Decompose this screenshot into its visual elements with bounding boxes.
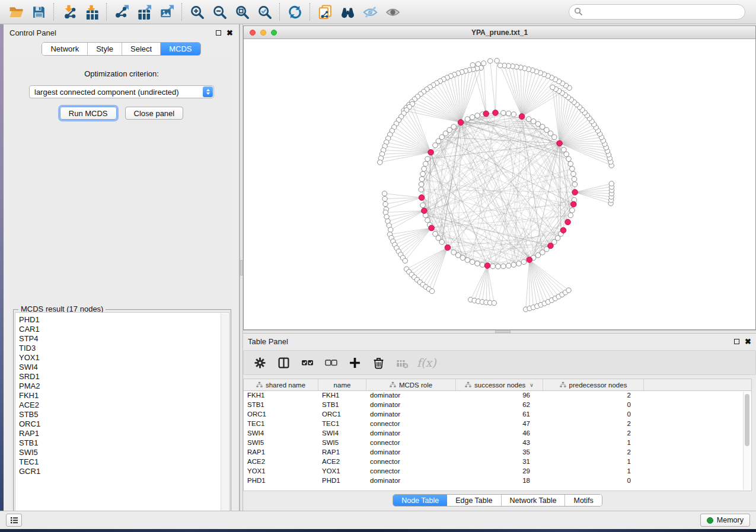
gear-button[interactable] (251, 354, 269, 371)
tab-motifs[interactable]: Motifs (565, 495, 601, 506)
table-row[interactable]: SWI4SWI4dominator462 (244, 429, 751, 438)
splitter-grip[interactable] (240, 260, 243, 275)
scrollbar-thumb[interactable] (745, 394, 749, 446)
mcds-node[interactable] (527, 257, 532, 263)
result-node[interactable]: PMA2 (19, 382, 229, 391)
table-row[interactable]: PHD1PHD1dominator180 (244, 476, 751, 486)
zoom-fit-button[interactable] (232, 2, 252, 21)
table-scrollbar[interactable] (743, 392, 751, 490)
cell-MCDS-role: connector (366, 457, 456, 467)
select-all-button[interactable] (298, 354, 316, 371)
columns-button[interactable] (275, 354, 292, 371)
result-node[interactable]: TEC1 (19, 457, 229, 467)
task-history-button[interactable] (6, 514, 22, 527)
column-header-successor-nodes[interactable]: successor nodes∨ (456, 379, 543, 390)
show-all-button[interactable] (382, 2, 403, 21)
float-panel-icon[interactable] (734, 339, 739, 344)
mcds-node[interactable] (429, 225, 435, 231)
tab-node-table[interactable]: Node Table (393, 495, 447, 506)
export-network-button[interactable] (111, 2, 132, 21)
table-row[interactable]: SWI5SWI5connector431 (244, 438, 751, 448)
mcds-node[interactable] (560, 227, 566, 233)
mcds-node[interactable] (565, 219, 571, 225)
add-button[interactable] (346, 354, 363, 371)
table-row[interactable]: ORC1ORC1dominator610 (244, 410, 751, 419)
search-input[interactable] (569, 4, 745, 20)
mcds-node[interactable] (458, 120, 464, 126)
table-row[interactable]: STB1STB1dominator620 (244, 400, 751, 410)
table-row[interactable]: YOX1YOX1connector291 (244, 467, 751, 476)
result-node[interactable]: FKH1 (19, 391, 229, 400)
save-session-button[interactable] (28, 2, 49, 21)
mcds-node[interactable] (519, 114, 525, 120)
mcds-result-list[interactable]: PHD1CAR1STP4TID3YOX1SWI4SRD1PMA2FKH1ACE2… (15, 312, 229, 525)
network-canvas[interactable] (244, 39, 755, 329)
mcds-node[interactable] (548, 243, 554, 249)
mcds-node[interactable] (493, 110, 499, 116)
result-node[interactable]: GCR1 (19, 467, 229, 476)
zoom-out-button[interactable] (209, 2, 229, 21)
result-node[interactable]: TID3 (19, 344, 229, 353)
memory-button[interactable]: Memory (700, 514, 750, 527)
export-table-button[interactable] (134, 2, 154, 21)
mcds-node[interactable] (422, 208, 428, 214)
result-node[interactable]: CAR1 (19, 325, 229, 334)
delete-button[interactable] (369, 354, 387, 371)
table-row[interactable]: ACE2ACE2connector311 (244, 457, 751, 467)
refresh-button[interactable] (285, 2, 305, 21)
node-table[interactable]: shared namenameMCDS rolesuccessor nodes∨… (243, 379, 752, 491)
mcds-node[interactable] (484, 263, 490, 269)
mcds-node[interactable] (572, 190, 578, 196)
result-node[interactable]: YOX1 (19, 353, 229, 363)
optimization-criterion-select[interactable]: largest connected component (undirected) (29, 85, 214, 98)
run-mcds-button[interactable]: Run MCDS (60, 107, 117, 120)
zoom-in-button[interactable] (187, 2, 207, 21)
result-node[interactable]: ORC1 (19, 419, 229, 429)
tab-network[interactable]: Network (42, 43, 88, 55)
tab-edge-table[interactable]: Edge Table (447, 495, 501, 506)
mcds-node[interactable] (571, 201, 577, 207)
result-node[interactable]: STB5 (19, 410, 229, 419)
mcds-node[interactable] (419, 195, 425, 201)
tab-style[interactable]: Style (88, 43, 122, 55)
export-image-button[interactable] (157, 2, 177, 21)
mcds-node[interactable] (483, 111, 489, 117)
mcds-node[interactable] (428, 149, 434, 155)
float-panel-icon[interactable] (216, 30, 221, 36)
column-header-MCDS-role[interactable]: MCDS role (366, 379, 456, 390)
result-node[interactable]: SWI5 (19, 448, 229, 457)
close-panel-icon[interactable]: ✖ (745, 339, 751, 344)
zoom-selected-button[interactable] (254, 2, 275, 21)
result-scrollbar[interactable] (221, 313, 228, 524)
result-node[interactable]: RAP1 (19, 429, 229, 438)
column-header-predecessor-nodes[interactable]: predecessor nodes (543, 379, 644, 390)
result-node[interactable]: SWI4 (19, 363, 229, 372)
table-row[interactable]: FKH1FKH1dominator962 (244, 391, 751, 400)
import-network-button[interactable] (59, 2, 79, 21)
cell-MCDS-role: dominator (366, 448, 456, 457)
hide-selected-button[interactable] (360, 2, 380, 21)
result-node[interactable]: STP4 (19, 334, 229, 344)
tab-select[interactable]: Select (122, 43, 161, 55)
table-row[interactable]: RAP1RAP1dominator352 (244, 448, 751, 457)
open-file-button[interactable] (6, 2, 26, 21)
tab-network-table[interactable]: Network Table (502, 495, 566, 506)
result-node[interactable]: PHD1 (19, 315, 229, 325)
mcds-node[interactable] (557, 140, 563, 146)
result-node[interactable]: SRD1 (19, 372, 229, 382)
close-panel-button[interactable]: Close panel (125, 107, 184, 120)
table-row[interactable]: TEC1TEC1connector472 (244, 419, 751, 429)
column-header-name[interactable]: name (318, 379, 366, 390)
import-table-button[interactable] (81, 2, 101, 21)
cell-successor-nodes: 29 (456, 467, 543, 476)
first-neighbors-button[interactable] (337, 2, 358, 21)
result-node[interactable]: ACE2 (19, 400, 229, 410)
tab-mcds[interactable]: MCDS (161, 43, 200, 55)
network-window-titlebar[interactable]: YPA_prune.txt_1 (244, 26, 755, 39)
column-header-shared-name[interactable]: shared name (244, 379, 318, 390)
close-panel-icon[interactable]: ✖ (227, 30, 233, 36)
deselect-all-button[interactable] (322, 354, 340, 371)
clone-network-button[interactable] (315, 2, 335, 21)
result-node[interactable]: STB1 (19, 438, 229, 448)
mcds-node[interactable] (445, 245, 451, 251)
